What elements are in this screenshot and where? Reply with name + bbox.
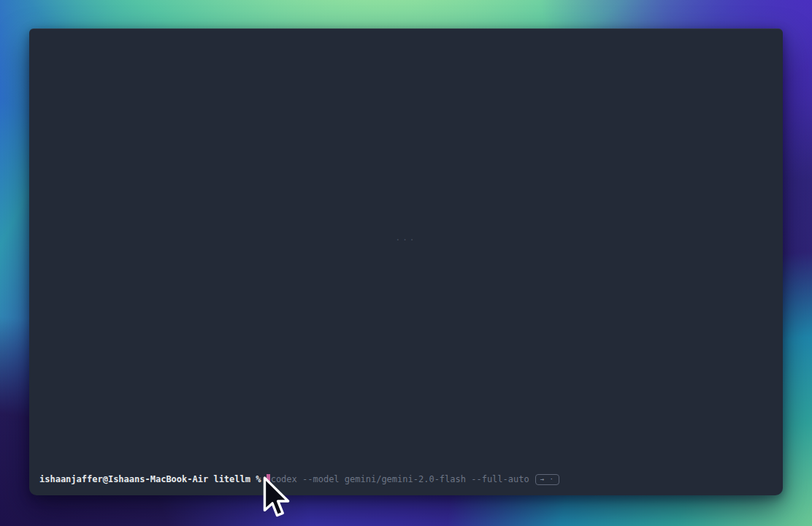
terminal-output-area[interactable]: ··· [29, 29, 783, 495]
autosuggestion-text: codex --model gemini/gemini-2.0-flash --… [271, 473, 529, 485]
terminal-center-dots: ··· [396, 235, 417, 245]
shell-prompt: ishaanjaffer@Ishaans-MacBook-Air litellm… [39, 473, 267, 485]
desktop-wallpaper: ··· ishaanjaffer@Ishaans-MacBook-Air lit… [0, 0, 812, 526]
terminal-window[interactable]: ··· ishaanjaffer@Ishaans-MacBook-Air lit… [29, 28, 783, 495]
accept-suggestion-hint-pill[interactable]: → · [535, 474, 559, 485]
terminal-prompt-line: ishaanjaffer@Ishaans-MacBook-Air litellm… [39, 473, 773, 485]
text-cursor [267, 474, 270, 484]
